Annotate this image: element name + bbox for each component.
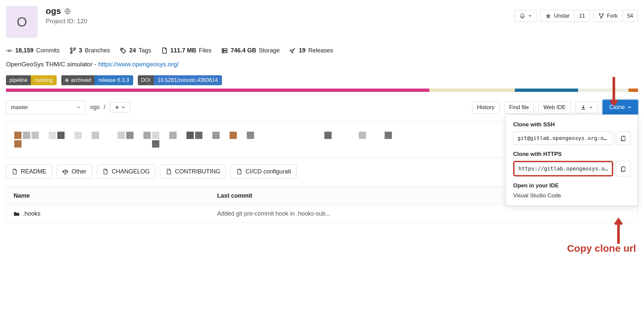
copy-https-button[interactable] [616, 161, 630, 176]
file-icon [102, 169, 108, 175]
breadcrumb: ogs/ [90, 104, 105, 111]
clone-button[interactable]: Clone [603, 100, 638, 115]
commit-icon [6, 47, 13, 54]
stat-storage[interactable]: 746.4 GBStorage [221, 47, 280, 54]
add-dropdown[interactable]: + [110, 102, 130, 113]
fork-icon [598, 13, 604, 19]
copy-ssh-button[interactable] [616, 131, 630, 145]
project-id: Project ID: 120 [46, 18, 87, 25]
project-avatar: O [6, 6, 38, 38]
table-row[interactable]: .hooks Added git pre-commit hook in .hoo… [6, 205, 638, 223]
stat-branches[interactable]: 3Branches [70, 47, 110, 54]
project-title: ogs [46, 6, 61, 16]
language-bar [6, 89, 638, 92]
chevron-down-icon [77, 105, 80, 109]
tag-icon [120, 47, 127, 54]
readme-button[interactable]: README [6, 164, 52, 179]
file-commit-msg: Added git pre-commit hook in .hooks-sub.… [217, 210, 630, 217]
file-icon [161, 47, 168, 54]
svg-point-2 [602, 14, 603, 15]
fork-count: 54 [627, 13, 633, 19]
breadcrumb-root[interactable]: ogs [90, 104, 100, 111]
download-dropdown[interactable] [575, 101, 598, 113]
globe-icon [64, 8, 71, 15]
col-name-header: Name [14, 192, 217, 199]
contributing-button[interactable]: CONTRIBUTING [160, 164, 226, 179]
stat-commits[interactable]: 18,159Commits [6, 47, 60, 54]
svg-rect-13 [622, 136, 625, 140]
stat-tags[interactable]: 24Tags [120, 47, 151, 54]
star-icon [545, 13, 551, 19]
changelog-button[interactable]: CHANGELOG [97, 164, 155, 179]
svg-point-6 [74, 48, 76, 49]
svg-point-12 [223, 51, 224, 52]
clipboard-icon [620, 135, 626, 141]
chevron-down-icon [589, 105, 593, 109]
clone-https-label: Clone with HTTPS [513, 151, 630, 158]
svg-point-11 [223, 49, 224, 50]
clone-dropdown: Clone with SSH git@gitlab.opengeosys.org… [506, 114, 638, 206]
badge-pipeline[interactable]: pipelinerunning [6, 75, 57, 85]
file-name: .hooks [23, 210, 40, 217]
unstar-label: Unstar [554, 13, 569, 19]
branch-select[interactable]: master [6, 100, 85, 114]
find-file-button[interactable]: Find file [504, 101, 534, 114]
svg-point-1 [599, 14, 600, 15]
branch-icon [70, 47, 76, 54]
svg-rect-14 [622, 167, 625, 171]
clone-https-input[interactable]: https://gitlab.opengeosys.org [513, 161, 613, 176]
notification-dropdown[interactable] [514, 10, 537, 22]
cicd-config-button[interactable]: CI/CD configurati [231, 164, 296, 179]
fork-button[interactable]: Fork 54 [593, 10, 638, 22]
chevron-down-icon [627, 105, 631, 109]
file-icon [166, 169, 172, 175]
storage-icon [221, 47, 228, 54]
chevron-down-icon [121, 105, 125, 109]
svg-point-3 [601, 17, 602, 18]
stat-releases[interactable]: 19Releases [290, 47, 333, 54]
clone-ssh-label: Clone with SSH [513, 121, 630, 128]
star-count: 11 [579, 13, 585, 19]
clone-ssh-input[interactable]: git@gitlab.opengeosys.org:ogs [513, 131, 613, 145]
rocket-icon [290, 47, 296, 54]
badge-doi[interactable]: DOI10.5281/zenodo.4360614 [138, 75, 222, 85]
badge-archived[interactable]: archivedrelease 6.3.3 [61, 75, 133, 85]
stat-files[interactable]: 111.7 MBFiles [161, 47, 211, 54]
open-ide-label: Open in your IDE [513, 182, 630, 189]
fork-label: Fork [607, 13, 617, 19]
project-link[interactable]: https://www.opengeosys.org/ [98, 61, 179, 68]
file-icon [12, 169, 18, 175]
chevron-down-icon [528, 14, 532, 18]
history-button[interactable]: History [472, 101, 500, 114]
ide-option-vscode[interactable]: Visual Studio Code [513, 192, 630, 199]
file-icon [236, 169, 242, 175]
svg-point-5 [71, 48, 72, 49]
bell-icon [519, 13, 525, 19]
clipboard-icon [620, 166, 626, 172]
svg-point-7 [71, 52, 72, 53]
scale-icon [62, 169, 68, 175]
folder-icon [14, 211, 20, 217]
star-button[interactable]: Unstar 11 [540, 10, 590, 22]
license-button[interactable]: Other [57, 164, 92, 179]
svg-point-4 [8, 50, 10, 52]
svg-point-8 [122, 49, 123, 50]
web-ide-button[interactable]: Web IDE [538, 101, 571, 114]
project-description: OpenGeoSys THM/C simulator - https://www… [6, 61, 638, 68]
snowflake-icon [65, 78, 69, 83]
download-icon [580, 104, 586, 110]
